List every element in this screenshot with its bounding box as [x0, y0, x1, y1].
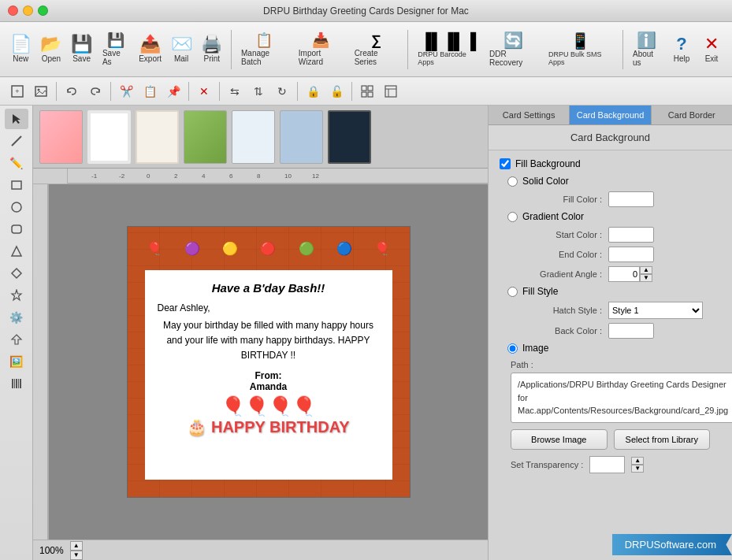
tab-card-settings[interactable]: Card Settings — [489, 106, 570, 124]
gradient-angle-label: Gradient Angle : — [531, 269, 602, 279]
zoom-up-button[interactable]: ▲ — [70, 541, 83, 551]
help-button[interactable]: ? Help — [667, 32, 696, 66]
image-tool[interactable]: 🖼️ — [5, 351, 28, 372]
rounded-rect-tool[interactable] — [5, 219, 28, 239]
fill-color-swatch[interactable] — [608, 191, 654, 207]
image-section: Path : /Applications/DRPU Birthday Greet… — [511, 360, 710, 450]
gradient-angle-input[interactable]: 0 — [608, 266, 640, 282]
import-wizard-button[interactable]: 📥 Import Wizard — [294, 30, 348, 69]
zoom-down-button[interactable]: ▼ — [70, 551, 83, 560]
bulk-sms-icon: 📱 — [570, 33, 590, 49]
thumbnail-5[interactable] — [232, 110, 275, 164]
image-button[interactable] — [30, 80, 52, 102]
select-tool[interactable] — [5, 109, 28, 129]
arrow-tool[interactable] — [5, 329, 28, 350]
image-radio[interactable] — [507, 343, 518, 354]
flip-v-button[interactable]: ⇅ — [247, 80, 269, 102]
save-as-button[interactable]: 💾 Save As — [98, 30, 134, 69]
close-button[interactable] — [8, 6, 18, 16]
maximize-button[interactable] — [38, 6, 48, 16]
copy-button[interactable]: 📋 — [139, 80, 161, 102]
titlebar: DRPU Birthday Greeting Cards Designer fo… — [0, 0, 732, 22]
end-color-row: End Color : — [531, 247, 721, 262]
hatch-style-select[interactable]: Style 1 Style 2 Style 3 Style 4 Style 5 — [608, 302, 703, 319]
pencil-tool[interactable]: ✏️ — [5, 153, 28, 173]
thumbnail-2[interactable] — [87, 110, 131, 164]
card-thumbnails — [33, 106, 488, 169]
start-color-row: Start Color : — [531, 227, 721, 243]
select-library-button[interactable]: Select from Library — [614, 429, 711, 450]
rotate-button[interactable]: ↻ — [271, 80, 293, 102]
tab-card-background[interactable]: Card Background — [570, 106, 651, 124]
transparency-up[interactable]: ▲ — [631, 457, 644, 465]
manage-batch-button[interactable]: 📋 Manage Batch — [236, 30, 292, 69]
main-area: ✏️ ⚙️ 🖼️ — [0, 106, 732, 560]
svg-point-3 — [38, 88, 40, 91]
star-tool[interactable] — [5, 285, 28, 306]
svg-rect-21 — [16, 379, 17, 388]
flip-h-button[interactable]: ⇆ — [224, 80, 246, 102]
exit-icon: ✕ — [704, 35, 719, 53]
print-button[interactable]: 🖨️ Print — [197, 32, 226, 66]
create-series-button[interactable]: ∑ Create Series — [350, 30, 403, 69]
toolbar2-sep-4 — [219, 82, 220, 101]
thumbnail-1[interactable] — [39, 110, 83, 164]
barcode-apps-button[interactable]: ▐▌▐▌▐ DRPU Barcode Apps — [413, 30, 483, 69]
gradient-angle-row: Gradient Angle : 0 ▲ ▼ — [531, 266, 721, 282]
new-label: New — [13, 54, 28, 63]
gradient-angle-stepper: 0 ▲ ▼ — [608, 266, 652, 282]
end-color-swatch[interactable] — [608, 247, 654, 262]
minimize-button[interactable] — [23, 6, 33, 16]
view-button[interactable] — [380, 80, 402, 102]
cut-button[interactable]: ✂️ — [115, 80, 137, 102]
new-button[interactable]: 📄 New — [6, 32, 35, 66]
paste-button[interactable]: 📌 — [162, 80, 184, 102]
start-color-swatch[interactable] — [608, 227, 654, 243]
thumbnail-4[interactable] — [184, 110, 227, 164]
fill-background-checkbox[interactable] — [500, 158, 511, 169]
canvas-wrapper: -1 -2 0 2 4 6 8 10 12 — [33, 169, 488, 540]
thumbnail-7[interactable] — [328, 110, 371, 164]
open-button[interactable]: 📂 Open — [37, 32, 66, 66]
barcode-tool[interactable] — [5, 373, 28, 394]
undo-button[interactable] — [61, 80, 83, 102]
fill-background-label: Fill Background — [515, 158, 581, 169]
redo-button[interactable] — [84, 80, 106, 102]
solid-color-radio[interactable] — [507, 176, 518, 187]
lock-button[interactable]: 🔒 — [302, 80, 324, 102]
line-tool[interactable] — [5, 131, 28, 151]
grid-button[interactable] — [356, 80, 378, 102]
mail-button[interactable]: ✉️ Mail — [167, 32, 196, 66]
fill-style-radio[interactable] — [507, 287, 518, 297]
transparency-input[interactable]: 100 — [589, 456, 625, 473]
export-button[interactable]: 📤 Export — [135, 32, 165, 66]
fill-style-label: Fill Style — [522, 286, 558, 297]
gradient-angle-up[interactable]: ▲ — [640, 266, 652, 274]
select-tool-button[interactable]: + — [6, 80, 28, 102]
circle-tool[interactable] — [5, 197, 28, 217]
exit-button[interactable]: ✕ Exit — [697, 32, 726, 66]
end-color-label: End Color : — [531, 250, 602, 259]
delete-button[interactable]: ✕ — [193, 80, 215, 102]
unlock-button[interactable]: 🔓 — [325, 80, 347, 102]
ddr-recovery-button[interactable]: 🔄 DDR Recovery — [485, 29, 542, 70]
gear-tool[interactable]: ⚙️ — [5, 307, 28, 328]
back-color-swatch[interactable] — [608, 323, 654, 339]
about-us-button[interactable]: ℹ️ About us — [628, 29, 666, 70]
thumbnail-3[interactable] — [136, 110, 179, 164]
browse-image-button[interactable]: Browse Image — [511, 429, 608, 450]
bulk-sms-button[interactable]: 📱 DRPU Bulk SMS Apps — [544, 30, 618, 69]
gradient-angle-down[interactable]: ▼ — [640, 274, 652, 282]
new-icon: 📄 — [10, 35, 32, 53]
diamond-tool[interactable] — [5, 263, 28, 284]
save-as-icon: 💾 — [107, 33, 124, 47]
tab-card-border[interactable]: Card Border — [652, 106, 732, 124]
gradient-angle-buttons: ▲ ▼ — [640, 266, 652, 282]
transparency-down[interactable]: ▼ — [631, 465, 644, 473]
rect-tool[interactable] — [5, 175, 28, 195]
gradient-color-radio[interactable] — [507, 212, 518, 222]
svg-point-13 — [12, 202, 21, 212]
save-button[interactable]: 💾 Save — [67, 32, 96, 66]
thumbnail-6[interactable] — [280, 110, 323, 164]
triangle-tool[interactable] — [5, 241, 28, 261]
